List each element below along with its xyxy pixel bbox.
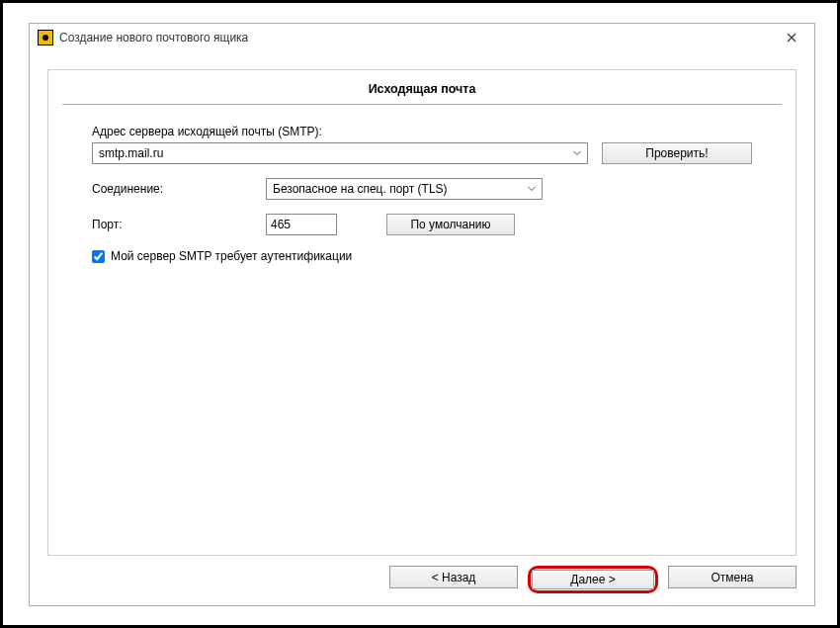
connection-select[interactable]: Безопасное на спец. порт (TLS) (266, 178, 543, 200)
next-button-highlight: Далее > (528, 566, 658, 593)
auth-checkbox[interactable] (92, 250, 105, 263)
server-select[interactable]: smtp.mail.ru (92, 142, 588, 164)
titlebar: Создание нового почтового ящика (30, 24, 814, 51)
back-button[interactable]: < Назад (389, 566, 518, 588)
dialog-window: Создание нового почтового ящика Исходяща… (29, 23, 815, 606)
window-title: Создание нового почтового ящика (59, 31, 777, 45)
app-icon (38, 30, 53, 45)
next-button[interactable]: Далее > (532, 570, 654, 589)
close-button[interactable] (777, 28, 806, 47)
chevron-down-icon (573, 151, 581, 156)
server-label: Адрес сервера исходящей почты (SMTP): (92, 125, 752, 138)
chevron-down-icon (528, 187, 536, 192)
default-button[interactable]: По умолчанию (386, 214, 515, 235)
server-value: smtp.mail.ru (99, 146, 163, 160)
port-label: Порт: (92, 218, 252, 231)
panel-heading: Исходящая почта (48, 70, 796, 104)
connection-value: Безопасное на спец. порт (TLS) (273, 182, 448, 196)
panel: Исходящая почта Адрес сервера исходящей … (47, 69, 797, 556)
check-button[interactable]: Проверить! (602, 142, 752, 164)
port-input[interactable] (266, 214, 337, 235)
connection-label: Соединение: (92, 182, 252, 196)
auth-checkbox-label: Мой сервер SMTP требует аутентификации (111, 249, 352, 263)
close-icon (787, 31, 797, 45)
footer-buttons: < Назад Далее > Отмена (47, 556, 797, 593)
panel-divider (62, 104, 782, 105)
cancel-button[interactable]: Отмена (668, 566, 797, 588)
form-area: Адрес сервера исходящей почты (SMTP): sm… (48, 125, 796, 263)
content-area: Исходящая почта Адрес сервера исходящей … (30, 51, 814, 605)
